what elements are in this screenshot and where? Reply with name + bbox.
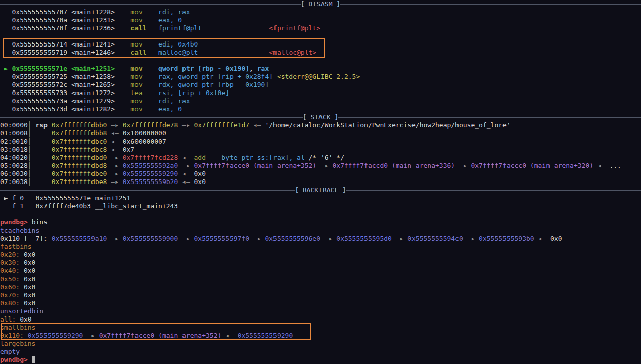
fastbin-entry-0x70: 0x70: 0x0	[0, 291, 641, 299]
text-segment: 0x7fffffffdbe0	[52, 170, 107, 177]
text-segment: add	[194, 154, 206, 161]
text-segment: '/home/cataloc/WorkStation/PwnExercise/h…	[265, 121, 510, 129]
text-segment	[147, 49, 158, 56]
text-segment: rdi, rax	[158, 97, 190, 105]
text-segment: 01:0008	[0, 129, 28, 137]
text-segment: 0x555555555725 <main+1258>	[0, 73, 130, 80]
text-segment: 0x5555555596e0	[265, 235, 320, 242]
text-segment: 0x0	[20, 259, 35, 266]
text-segment: 06:0030	[0, 170, 28, 177]
text-segment: 05:0028	[0, 162, 28, 169]
text-segment: —▸	[320, 235, 336, 242]
current-frame-marker: ►	[4, 194, 8, 202]
text-segment: 0x110:	[0, 332, 24, 339]
prompt-line[interactable]: pwndbg>	[0, 356, 641, 364]
text-segment: 0x600000007	[123, 138, 166, 145]
text-segment: ◂—	[178, 154, 194, 161]
text-segment	[0, 194, 4, 202]
text-segment: 0x55555555570f <main+1236>	[0, 24, 130, 32]
stack-line-00: 00:0000│ rsp 0x7fffffffdbb0 —▸ 0x7ffffff…	[0, 121, 641, 129]
command-line: pwndbg> bins	[0, 218, 641, 226]
text-segment: mov	[130, 97, 142, 105]
text-segment: 0x7fffffffe1d7	[194, 121, 250, 129]
section-title: [ STACK ]	[303, 113, 338, 121]
text-segment: 0x7fffffffdbd0	[52, 154, 107, 161]
text-segment: 0x5555555592a0	[123, 162, 178, 169]
text-segment: —▸	[107, 154, 122, 161]
blank-line	[0, 210, 641, 218]
divider-line	[0, 4, 301, 5]
text-segment: ◂—	[107, 138, 122, 145]
fastbin-entry-0x20: 0x20: 0x0	[0, 251, 641, 259]
fastbin-entry-0x60: 0x60: 0x0	[0, 283, 641, 291]
fastbin-entry-0x50: 0x50: 0x0	[0, 275, 641, 283]
text-segment: 0x5555555593b0	[479, 235, 534, 242]
text-segment: 0x110 [ 7]:	[0, 235, 52, 242]
stack-line-05: 05:0028│ 0x7fffffffdbd8 —▸ 0x5555555592a…	[0, 162, 641, 170]
text-segment	[32, 178, 52, 186]
text-segment: 0x0	[194, 178, 206, 186]
text-segment: smallbins	[0, 324, 35, 331]
text-segment	[115, 65, 130, 72]
disasm-line: 0x555555555733 <main+1272> lea rsi, [rip…	[0, 89, 641, 97]
text-segment	[0, 32, 4, 40]
text-segment: <fprintf@plt>	[269, 24, 320, 32]
text-segment: │	[28, 138, 32, 145]
text-segment: 0x20:	[0, 251, 20, 258]
text-segment: —▸	[178, 162, 194, 169]
text-segment: 0x50:	[0, 275, 20, 283]
text-segment: fprintf@plt	[158, 24, 202, 32]
text-segment: all:	[0, 315, 16, 323]
divider-line	[0, 190, 295, 191]
text-segment: 0x0	[194, 170, 206, 177]
text-segment: 0x55555555573d <main+1282>	[0, 105, 130, 113]
current-instruction-marker: ►	[4, 65, 8, 72]
text-segment: 0x55555555573a <main+1279>	[0, 97, 130, 105]
text-segment: 0x7ffff7facce0 (main_arena+352)	[99, 332, 222, 339]
text-segment: │	[28, 178, 32, 186]
pwndbg-terminal[interactable]: [ DISASM ] 0x555555555707 <main+1228> mo…	[0, 0, 641, 364]
stack-line-02: 02:0010│ 0x7fffffffdbc0 ◂— 0x600000007	[0, 138, 641, 146]
text-segment: rax, qword ptr [rip + 0x28f4]	[158, 73, 273, 80]
largebins-entry: empty	[0, 348, 641, 356]
text-segment	[198, 49, 269, 56]
text-segment: fastbins	[0, 243, 32, 250]
text-segment: │	[28, 170, 32, 177]
text-segment: 0x0	[550, 235, 562, 242]
text-segment: —▸	[83, 332, 99, 339]
text-segment: edi, 0x4b0	[158, 40, 198, 48]
text-segment	[32, 162, 52, 169]
text-segment: 0x55555555571e <main+1251>	[12, 65, 115, 72]
text-segment: 0x555555555714 <main+1241>	[0, 40, 130, 48]
text-segment: call	[130, 24, 146, 32]
disasm-line: 0x55555555573d <main+1282> mov eax, 0	[0, 105, 641, 113]
text-segment: ◂—	[107, 129, 122, 137]
backtrace-frame-1: f 1 0x7ffff7de40b3 __libc_start_main+243	[0, 202, 641, 210]
text-segment	[143, 40, 158, 48]
text-segment: 0x30:	[0, 259, 20, 266]
text-segment: │	[28, 129, 32, 137]
text-segment: ◂—	[178, 178, 194, 186]
smallbins-header: smallbins	[0, 324, 641, 332]
disasm-current-line: ► 0x55555555571e <main+1251> mov qword p…	[0, 65, 641, 73]
text-segment: qword ptr [rbp - 0x190]	[158, 65, 249, 72]
text-segment: <stderr@@GLIBC_2.2.5>	[277, 73, 360, 80]
text-segment: 0x555555555719 <main+1246>	[0, 49, 130, 56]
text-segment: 0x0	[20, 283, 35, 291]
terminal-output: [ DISASM ] 0x555555555707 <main+1228> mo…	[0, 0, 641, 364]
terminal-cursor[interactable]	[32, 356, 36, 363]
blank-line	[0, 32, 641, 40]
text-segment: 0x7fffffffdbc0	[52, 138, 107, 145]
text-segment: —▸	[178, 121, 194, 129]
text-segment: 0x0	[20, 267, 35, 275]
text-segment: 0x70:	[0, 291, 20, 299]
largebins-header: largebins	[0, 340, 641, 348]
text-segment: f 1 0x7ffff7de40b3 __libc_start_main+243	[0, 202, 178, 210]
stack-line-03: 03:0018│ 0x7fffffffdbc8 ◂— 0x7	[0, 146, 641, 154]
stack-line-04: 04:0020│ 0x7fffffffdbd0 —▸ 0x7ffff7fcd22…	[0, 154, 641, 162]
text-segment: rsi, [rip + 0xf0e]	[158, 89, 230, 97]
text-segment: │	[28, 154, 32, 161]
text-segment: │	[28, 146, 32, 153]
text-segment: 0x555555559290	[238, 332, 293, 339]
text-segment: 04:0020	[0, 154, 28, 161]
